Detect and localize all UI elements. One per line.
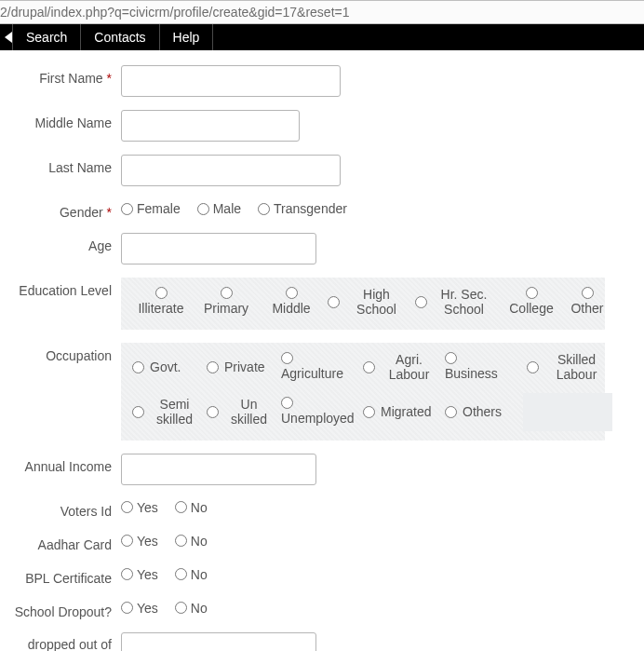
occ-radio-private[interactable] — [207, 361, 219, 373]
nav-contacts[interactable]: Contacts — [81, 24, 159, 50]
occ-label-unemployed: Unemployed — [281, 411, 355, 426]
edu-label-hrsec: Hr. Sec. School — [433, 287, 495, 317]
nav-search[interactable]: Search — [13, 24, 81, 50]
edu-label-primary: Primary — [204, 301, 248, 316]
edu-label-other: Other — [570, 301, 603, 316]
svg-marker-0 — [5, 32, 12, 43]
dropout-yes[interactable]: Yes — [121, 601, 158, 616]
aadhar-no[interactable]: No — [175, 534, 208, 549]
label-annual-income: Annual Income — [25, 459, 112, 474]
edu-radio-primary[interactable] — [221, 287, 233, 299]
first-name-input[interactable] — [121, 65, 341, 97]
required-mark: * — [107, 71, 112, 86]
home-icon[interactable] — [0, 24, 13, 50]
occ-label-private: Private — [224, 359, 265, 374]
edu-radio-highschool[interactable] — [328, 296, 340, 308]
gender-radio-female[interactable] — [121, 203, 133, 215]
label-occupation: Occupation — [46, 348, 112, 363]
occ-radio-others[interactable] — [445, 406, 457, 418]
label-education: Education Level — [19, 283, 112, 298]
label-gender: Gender — [60, 205, 103, 220]
occ-radio-unemployed[interactable] — [281, 397, 293, 409]
gender-radio-transgender[interactable] — [258, 203, 270, 215]
gender-option-male[interactable]: Male — [197, 201, 241, 216]
nav-help[interactable]: Help — [160, 24, 214, 50]
occ-radio-business[interactable] — [445, 352, 457, 364]
occ-radio-migrated[interactable] — [363, 406, 375, 418]
age-input[interactable] — [121, 233, 316, 264]
occ-label-unskilled: Un skilled — [224, 397, 274, 427]
bpl-yes[interactable]: Yes — [121, 567, 158, 582]
occ-label-others: Others — [463, 404, 502, 419]
edu-label-college: College — [509, 301, 553, 316]
occupation-empty-cell — [523, 393, 612, 430]
label-first-name: First Name — [39, 71, 102, 86]
edu-radio-college[interactable] — [526, 287, 538, 299]
occ-radio-semiskilled[interactable] — [132, 406, 144, 418]
edu-radio-illiterate[interactable] — [155, 287, 168, 299]
address-bar[interactable]: 2/drupal/index.php?q=civicrm/profile/cre… — [0, 0, 644, 24]
gender-option-transgender[interactable]: Transgender — [258, 201, 347, 216]
aadhar-yes[interactable]: Yes — [121, 534, 158, 549]
edu-label-middle: Middle — [272, 301, 310, 316]
voters-no[interactable]: No — [175, 500, 208, 515]
occ-radio-govt[interactable] — [132, 361, 144, 373]
occ-label-migrated: Migrated — [381, 404, 431, 419]
occ-label-govt: Govt. — [150, 359, 181, 374]
label-last-name: Last Name — [48, 160, 112, 175]
label-dropout: School Dropout? — [15, 604, 112, 619]
occ-label-agriculture: Agriculture — [281, 366, 343, 381]
dropout-reason-input[interactable] — [121, 632, 316, 651]
occ-radio-skilled[interactable] — [527, 361, 539, 373]
label-aadhar: Aadhar Card — [38, 537, 112, 552]
top-nav: Search Contacts Help — [0, 24, 644, 50]
required-mark: * — [107, 205, 112, 220]
occ-radio-agrilabour[interactable] — [363, 361, 375, 373]
middle-name-input[interactable] — [121, 110, 300, 142]
label-bpl: BPL Certificate — [25, 571, 112, 586]
education-options: Illiterate Primary Middle High School Hr… — [121, 278, 605, 330]
occ-label-business: Business — [445, 366, 498, 381]
occ-radio-agriculture[interactable] — [281, 352, 293, 364]
dropout-no[interactable]: No — [175, 601, 208, 616]
bpl-no[interactable]: No — [175, 567, 208, 582]
label-middle-name: Middle Name — [35, 115, 112, 130]
edu-radio-middle[interactable] — [286, 287, 298, 299]
edu-radio-hrsec[interactable] — [415, 296, 427, 308]
occ-label-skilled: Skilled Labour — [544, 352, 609, 382]
label-age: Age — [88, 238, 112, 253]
last-name-input[interactable] — [121, 155, 341, 186]
edu-label-highschool: High School — [345, 287, 408, 317]
edu-radio-other[interactable] — [582, 287, 594, 299]
label-voters-id: Voters Id — [60, 504, 112, 519]
voters-yes[interactable]: Yes — [121, 500, 158, 515]
occ-label-agrilabour: Agri. Labour — [381, 352, 437, 382]
occ-label-semiskilled: Semi skilled — [150, 397, 199, 427]
occupation-options: Govt. Private Agriculture Agri. Labour B… — [121, 343, 605, 440]
occ-radio-unskilled[interactable] — [207, 406, 219, 418]
gender-radio-male[interactable] — [197, 203, 209, 215]
label-dropout-reason-l1: dropped out of — [28, 637, 112, 651]
annual-income-input[interactable] — [121, 454, 316, 485]
gender-option-female[interactable]: Female — [121, 201, 181, 216]
edu-label-illiterate: Illiterate — [138, 301, 183, 316]
